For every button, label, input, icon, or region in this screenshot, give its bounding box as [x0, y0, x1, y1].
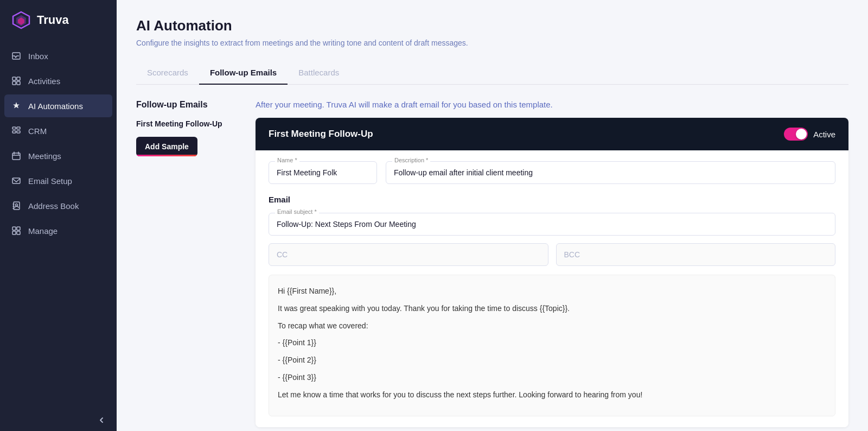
email-body-area[interactable]: Hi {{First Name}}, It was great speaking… — [269, 275, 835, 416]
address-book-icon — [11, 200, 22, 211]
sidebar-item-address-book[interactable]: Address Book — [0, 193, 117, 218]
card-header-title: First Meeting Follow-Up — [269, 129, 373, 140]
left-panel-title: Follow-up Emails — [136, 100, 245, 110]
truva-logo-icon — [11, 10, 31, 30]
svg-rect-5 — [17, 77, 20, 80]
sidebar-item-meetings[interactable]: Meetings — [0, 143, 117, 168]
sidebar-item-label-email-setup: Email Setup — [28, 176, 72, 186]
sidebar-item-label-crm: CRM — [28, 126, 47, 136]
email-section-label: Email — [269, 195, 835, 204]
cc-field[interactable]: CC — [269, 243, 548, 266]
tab-followup-emails[interactable]: Follow-up Emails — [199, 62, 288, 85]
sidebar-item-manage[interactable]: Manage — [0, 218, 117, 243]
svg-rect-11 — [17, 131, 20, 133]
toggle-knob — [796, 129, 807, 140]
subject-label: Email subject * — [275, 208, 319, 215]
app-name: Truva — [37, 13, 69, 27]
main-content: AI Automation Configure the insights to … — [117, 0, 868, 431]
sidebar: Truva Inbox Activities AI Automations — [0, 0, 117, 431]
sidebar-item-inbox[interactable]: Inbox — [0, 43, 117, 68]
tab-battlecards[interactable]: Battlecards — [288, 62, 350, 85]
sidebar-item-label-activities: Activities — [28, 77, 60, 86]
email-body-line-5: To recap what we covered: — [278, 320, 826, 333]
name-field: Name * — [269, 161, 377, 184]
svg-rect-4 — [12, 77, 16, 80]
card-header-right: Active — [784, 128, 835, 141]
svg-rect-7 — [17, 81, 20, 85]
svg-point-15 — [16, 204, 18, 206]
active-label: Active — [813, 130, 835, 139]
svg-rect-16 — [12, 227, 16, 230]
svg-rect-8 — [12, 127, 16, 129]
subject-field: Email subject * — [269, 213, 835, 236]
svg-rect-9 — [17, 127, 20, 129]
sidebar-item-label-ai-automations: AI Automations — [28, 102, 83, 111]
name-input[interactable] — [269, 161, 377, 184]
sidebar-collapse-btn[interactable] — [0, 409, 117, 431]
svg-rect-19 — [17, 231, 20, 234]
left-panel: Follow-up Emails First Meeting Follow-Up… — [136, 100, 256, 427]
right-panel-description: After your meeting. Truva AI will make a… — [256, 100, 848, 109]
svg-rect-6 — [12, 81, 16, 85]
email-body-line-10: Let me know a time that works for you to… — [278, 389, 826, 402]
subject-input[interactable] — [269, 213, 835, 236]
crm-icon — [11, 125, 22, 136]
tab-scorecards[interactable]: Scorecards — [136, 62, 199, 85]
svg-rect-12 — [12, 153, 20, 160]
email-body-line-7: - {{Point 2}} — [278, 354, 826, 367]
add-sample-button[interactable]: Add Sample — [136, 137, 197, 156]
manage-icon — [11, 225, 22, 236]
tabs-bar: Scorecards Follow-up Emails Battlecards — [136, 62, 848, 85]
sidebar-item-crm[interactable]: CRM — [0, 118, 117, 143]
active-toggle[interactable] — [784, 128, 808, 141]
sidebar-item-label-address-book: Address Book — [28, 201, 79, 211]
name-description-row: Name * Description * — [269, 161, 835, 184]
svg-rect-13 — [12, 178, 20, 183]
card-body: Name * Description * Email — [256, 150, 848, 427]
content-area: AI Automation Configure the insights to … — [117, 0, 868, 431]
template-item-first-meeting[interactable]: First Meeting Follow-Up — [136, 119, 245, 128]
name-label: Name * — [275, 157, 299, 163]
description-field: Description * — [386, 161, 835, 184]
card-header: First Meeting Follow-Up Active — [256, 118, 848, 150]
template-card: First Meeting Follow-Up Active — [256, 118, 848, 427]
page-title: AI Automation — [136, 17, 848, 34]
activities-icon — [11, 75, 22, 86]
bcc-field[interactable]: BCC — [556, 243, 836, 266]
main-nav: Inbox Activities AI Automations CRM — [0, 39, 117, 409]
two-col-layout: Follow-up Emails First Meeting Follow-Up… — [136, 100, 848, 427]
svg-rect-10 — [12, 131, 16, 133]
email-icon — [11, 175, 22, 186]
email-body-line-6: - {{Point 1}} — [278, 337, 826, 350]
sidebar-item-label-manage: Manage — [28, 226, 58, 236]
email-body-line-8: - {{Point 3}} — [278, 371, 826, 384]
app-logo[interactable]: Truva — [0, 0, 117, 39]
description-input[interactable] — [386, 161, 835, 184]
svg-rect-18 — [12, 231, 16, 234]
sidebar-item-label-meetings: Meetings — [28, 151, 61, 161]
sidebar-item-activities[interactable]: Activities — [0, 68, 117, 93]
sidebar-item-email-setup[interactable]: Email Setup — [0, 168, 117, 193]
cc-bcc-row: CC BCC — [269, 243, 835, 266]
page-subtitle: Configure the insights to extract from m… — [136, 39, 848, 47]
inbox-icon — [11, 50, 22, 61]
sidebar-item-ai-automations[interactable]: AI Automations — [4, 94, 112, 117]
email-body-line-3: It was great speaking with you today. Th… — [278, 302, 826, 315]
sidebar-item-label-inbox: Inbox — [28, 52, 48, 61]
ai-icon — [11, 100, 22, 111]
description-label: Description * — [392, 157, 430, 163]
meetings-icon — [11, 150, 22, 161]
email-body-line-1: Hi {{First Name}}, — [278, 285, 826, 298]
right-panel: After your meeting. Truva AI will make a… — [256, 100, 848, 427]
svg-rect-17 — [17, 227, 20, 230]
